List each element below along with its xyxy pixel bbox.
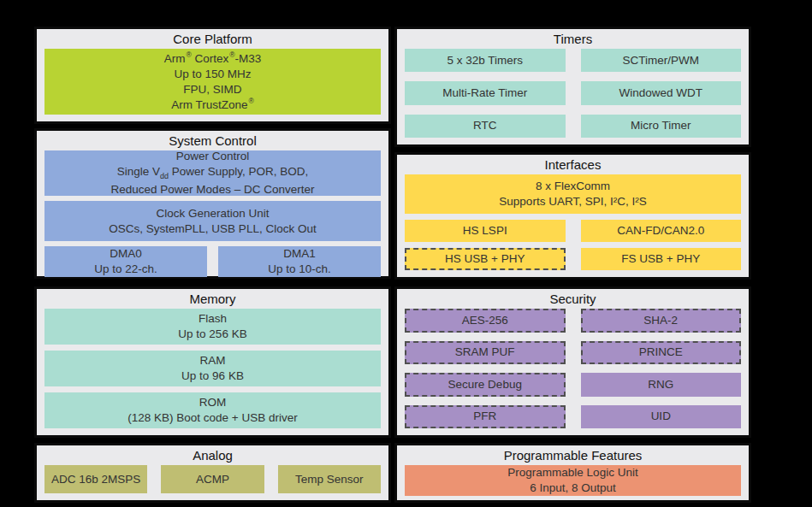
block-prince: PRINCE — [581, 341, 742, 365]
block-adc: ADC 16b 2MSPS — [44, 465, 147, 493]
section-title-core-platform: Core Platform — [37, 29, 388, 48]
security-body: AES-256 SHA-2 SRAM PUF PRINCE Secure Deb… — [405, 309, 741, 428]
block-flexcomm: 8 x FlexComm Supports UART, SPI, I²C, I²… — [405, 174, 741, 214]
interfaces-body: 8 x FlexComm Supports UART, SPI, I²C, I²… — [405, 174, 741, 270]
dma0-title: DMA0 — [44, 246, 207, 262]
block-micro-timer: Micro Timer — [581, 115, 742, 138]
section-title-analog: Analog — [37, 445, 388, 464]
power-control-title: Power Control — [44, 149, 381, 164]
cpu-name-post: -M33 — [235, 52, 262, 65]
block-uid: UID — [581, 405, 742, 429]
block-flash: Flash Up to 256 KB — [44, 309, 381, 345]
block-32b-timers: 5 x 32b Timers — [405, 49, 566, 72]
block-acmp: ACMP — [161, 465, 264, 493]
cpu-speed-line: Up to 150 MHz — [44, 67, 381, 82]
section-analog: Analog ADC 16b 2MSPS ACMP Temp Sensor — [34, 443, 391, 503]
block-sha-2: SHA-2 — [581, 309, 742, 333]
block-windowed-wdt: Windowed WDT — [581, 81, 742, 104]
block-ram: RAM Up to 96 KB — [44, 351, 381, 386]
interfaces-row-2: HS USB + PHY FS USB + PHY — [405, 248, 741, 270]
block-cortex-m33: Arm® Cortex®-M33 Up to 150 MHz FPU, SIMD… — [44, 49, 381, 115]
plu-title: Programmable Logic Unit — [405, 465, 741, 480]
block-temp-sensor: Temp Sensor — [278, 465, 381, 493]
cpu-name-mid: Cortex — [192, 52, 229, 65]
block-power-control: Power Control Single Vdd Power Supply, P… — [44, 150, 381, 196]
ram-title: RAM — [44, 353, 381, 368]
section-system-control: System Control Power Control Single Vdd … — [34, 128, 391, 279]
section-title-programmable-features: Programmable Features — [397, 445, 749, 464]
trustzone-text: Arm TrustZone — [171, 98, 247, 111]
rom-detail: (128 KB) Boot code + USB driver — [44, 410, 381, 426]
clock-title: Clock Generation Unit — [44, 206, 381, 221]
system-control-body: Power Control Single Vdd Power Supply, P… — [44, 150, 381, 277]
clock-detail: OSCs, SystemPLL, USB PLL, Clock Out — [44, 221, 381, 237]
trustzone-line: Arm TrustZone® — [44, 97, 381, 112]
block-programmable-logic-unit: Programmable Logic Unit 6 Input, 8 Outpu… — [405, 465, 741, 496]
section-title-system-control: System Control — [37, 131, 388, 150]
cpu-features-line: FPU, SIMD — [44, 82, 381, 97]
dma0-detail: Up to 22-ch. — [44, 262, 207, 277]
block-dma0: DMA0 Up to 22-ch. — [44, 246, 207, 277]
vdd-subscript: dd — [160, 172, 169, 180]
vdd-pre: Single V — [117, 165, 160, 178]
block-dma1: DMA1 Up to 10-ch. — [218, 246, 381, 277]
power-supply-line: Single Vdd Power Supply, POR, BOD, — [44, 164, 381, 182]
plu-detail: 6 Input, 8 Output — [405, 480, 741, 496]
block-secure-debug: Secure Debug — [405, 373, 566, 397]
block-rtc: RTC — [405, 115, 566, 138]
dma1-detail: Up to 10-ch. — [218, 262, 381, 277]
memory-body: Flash Up to 256 KB RAM Up to 96 KB ROM (… — [44, 309, 381, 428]
section-title-memory: Memory — [37, 289, 388, 308]
ram-size: Up to 96 KB — [44, 368, 381, 384]
section-title-security: Security — [397, 289, 749, 308]
section-memory: Memory Flash Up to 256 KB RAM Up to 96 K… — [34, 286, 391, 438]
section-security: Security AES-256 SHA-2 SRAM PUF PRINCE S… — [394, 286, 751, 438]
block-rng: RNG — [581, 373, 742, 397]
programmable-body: Programmable Logic Unit 6 Input, 8 Outpu… — [405, 465, 741, 496]
block-rom: ROM (128 KB) Boot code + USB driver — [44, 392, 381, 428]
block-fs-usb-phy: FS USB + PHY — [581, 248, 742, 270]
interfaces-row-1: HS LSPI CAN-FD/CAN2.0 — [405, 220, 741, 242]
block-multi-rate-timer: Multi-Rate Timer — [405, 81, 566, 104]
dma-row: DMA0 Up to 22-ch. DMA1 Up to 10-ch. — [44, 246, 381, 277]
section-programmable-features: Programmable Features Programmable Logic… — [394, 443, 751, 503]
block-hs-lspi: HS LSPI — [405, 220, 566, 242]
block-pfr: PFR — [405, 405, 566, 429]
block-aes-256: AES-256 — [405, 309, 566, 333]
section-title-interfaces: Interfaces — [397, 155, 749, 174]
timers-body: 5 x 32b Timers SCTimer/PWM Multi-Rate Ti… — [405, 49, 741, 138]
block-hs-usb-phy: HS USB + PHY — [405, 248, 566, 270]
block-can-fd: CAN-FD/CAN2.0 — [581, 220, 742, 242]
block-clock-generation: Clock Generation Unit OSCs, SystemPLL, U… — [44, 201, 381, 241]
vdd-post: Power Supply, POR, BOD, — [169, 165, 308, 178]
section-title-timers: Timers — [397, 29, 749, 48]
dma1-title: DMA1 — [218, 246, 381, 262]
flexcomm-title: 8 x FlexComm — [405, 179, 741, 194]
cpu-name-pre: Arm — [164, 52, 186, 65]
flash-size: Up to 256 KB — [44, 327, 381, 342]
rom-title: ROM — [44, 395, 381, 410]
block-sctimer-pwm: SCTimer/PWM — [581, 49, 742, 72]
flash-title: Flash — [44, 311, 381, 327]
mcu-block-diagram: Core Platform Arm® Cortex®-M33 Up to 150… — [0, 0, 812, 507]
registered-mark: ® — [249, 97, 254, 105]
power-modes-line: Reduced Power Modes – DC Converter — [44, 182, 381, 197]
section-timers: Timers 5 x 32b Timers SCTimer/PWM Multi-… — [394, 27, 751, 147]
cpu-name-line: Arm® Cortex®-M33 — [44, 50, 381, 66]
section-interfaces: Interfaces 8 x FlexComm Supports UART, S… — [394, 152, 751, 280]
block-sram-puf: SRAM PUF — [405, 341, 566, 365]
analog-body: ADC 16b 2MSPS ACMP Temp Sensor — [44, 465, 381, 493]
flexcomm-detail: Supports UART, SPI, I²C, I²S — [405, 194, 741, 209]
section-core-platform: Core Platform Arm® Cortex®-M33 Up to 150… — [34, 27, 391, 124]
core-platform-body: Arm® Cortex®-M33 Up to 150 MHz FPU, SIMD… — [44, 49, 381, 115]
